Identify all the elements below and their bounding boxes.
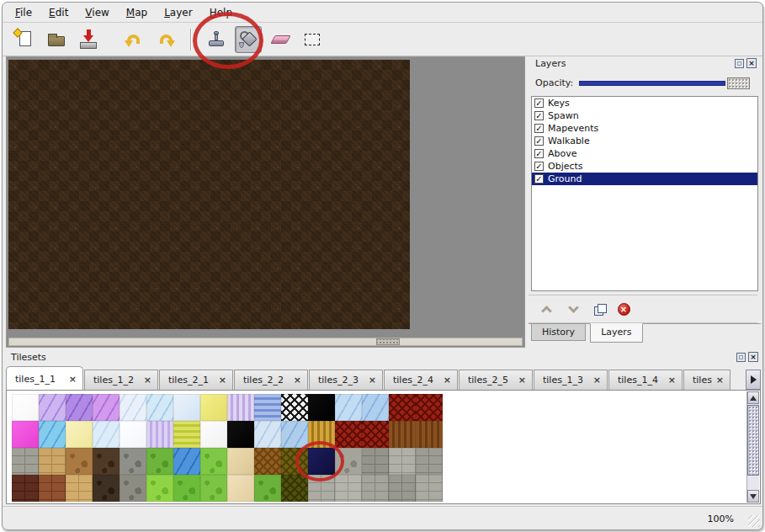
tileset-tab-tiles_1[interactable]: tiles_1× xyxy=(683,370,730,390)
palette-tile[interactable] xyxy=(200,421,227,448)
close-tab-icon[interactable]: × xyxy=(69,374,77,385)
tileset-tab-tiles_2_5[interactable]: tiles_2_5× xyxy=(459,370,533,390)
layer-visibility-checkbox[interactable]: ✓ xyxy=(534,111,544,120)
palette-tile[interactable] xyxy=(173,475,200,502)
menu-edit[interactable]: Edit xyxy=(41,4,76,21)
layer-visibility-checkbox[interactable]: ✓ xyxy=(534,98,544,108)
palette-tile[interactable] xyxy=(146,421,173,448)
layer-row-walkable[interactable]: ✓Walkable xyxy=(532,135,757,147)
tileset-tab-tiles_1_1[interactable]: tiles_1_1× xyxy=(6,366,83,390)
tab-layers[interactable]: Layers xyxy=(590,323,642,343)
map-surface[interactable] xyxy=(8,60,410,329)
palette-tile[interactable] xyxy=(93,475,120,502)
palette-tile[interactable] xyxy=(281,448,308,475)
horizontal-scrollbar-thumb[interactable] xyxy=(376,338,400,345)
layer-row-above[interactable]: ✓Above xyxy=(532,147,757,160)
palette-tile[interactable] xyxy=(93,421,120,448)
palette-tile[interactable] xyxy=(200,448,227,475)
move-layer-down-button[interactable] xyxy=(562,299,584,319)
select-tool-button[interactable] xyxy=(299,26,326,53)
palette-tile[interactable] xyxy=(120,475,146,502)
move-layer-up-button[interactable] xyxy=(535,299,557,319)
close-tab-icon[interactable]: × xyxy=(668,375,676,386)
palette-tile[interactable] xyxy=(120,448,146,475)
palette-vertical-scrollbar[interactable] xyxy=(746,391,759,503)
save-button[interactable] xyxy=(75,26,102,53)
palette-tile[interactable] xyxy=(335,475,362,502)
layer-visibility-checkbox[interactable]: ✓ xyxy=(534,124,544,133)
palette-tile[interactable] xyxy=(39,421,66,448)
palette-tile[interactable] xyxy=(39,475,66,502)
resize-grip[interactable] xyxy=(748,515,760,527)
menu-layer[interactable]: Layer xyxy=(157,4,199,21)
palette-tile[interactable] xyxy=(39,394,66,421)
palette-tile[interactable] xyxy=(416,448,443,475)
opacity-slider-thumb[interactable] xyxy=(727,77,750,89)
palette-tile[interactable] xyxy=(227,421,254,448)
map-horizontal-scrollbar[interactable] xyxy=(8,338,523,346)
scroll-up-button[interactable] xyxy=(747,391,759,404)
tileset-tab-tiles_2_3[interactable]: tiles_2_3× xyxy=(309,370,383,390)
stamp-tool-button[interactable] xyxy=(203,26,230,53)
palette-tile[interactable] xyxy=(308,394,335,421)
palette-tile[interactable] xyxy=(12,448,39,475)
close-tab-icon[interactable]: × xyxy=(593,375,601,386)
float-window-icon[interactable] xyxy=(735,59,744,68)
layer-visibility-checkbox[interactable]: ✓ xyxy=(534,136,544,146)
layer-row-keys[interactable]: ✓Keys xyxy=(532,97,757,109)
tileset-tab-tiles_1_2[interactable]: tiles_1_2× xyxy=(84,370,158,390)
palette-tile[interactable] xyxy=(146,394,173,421)
layer-row-objects[interactable]: ✓Objects xyxy=(532,160,757,173)
tileset-tab-tiles_2_1[interactable]: tiles_2_1× xyxy=(159,370,233,390)
eraser-tool-button[interactable] xyxy=(267,26,294,53)
layer-visibility-checkbox[interactable]: ✓ xyxy=(534,162,544,171)
palette-tile[interactable] xyxy=(120,394,146,421)
menu-view[interactable]: View xyxy=(77,4,116,21)
palette-tile[interactable] xyxy=(281,421,308,448)
palette-tile[interactable] xyxy=(389,394,416,421)
palette-tile[interactable] xyxy=(416,421,443,448)
palette-tile[interactable] xyxy=(362,475,389,502)
close-panel-icon[interactable]: × xyxy=(748,352,758,362)
float-window-icon[interactable] xyxy=(736,353,746,362)
palette-tile[interactable] xyxy=(39,448,66,475)
palette-tile[interactable] xyxy=(335,394,362,421)
palette-tile[interactable] xyxy=(308,421,335,448)
palette-tile[interactable] xyxy=(254,448,281,475)
palette-tile[interactable] xyxy=(66,421,93,448)
palette-tile[interactable] xyxy=(200,394,227,421)
delete-layer-button[interactable]: × xyxy=(613,299,635,319)
palette-tile[interactable] xyxy=(335,448,362,475)
scroll-tabs-right-button[interactable] xyxy=(746,370,761,390)
palette-tile[interactable] xyxy=(389,421,416,448)
palette-tile[interactable] xyxy=(227,448,254,475)
tileset-tab-tiles_2_2[interactable]: tiles_2_2× xyxy=(234,370,308,390)
palette-tile[interactable] xyxy=(362,394,389,421)
palette-tile[interactable] xyxy=(362,448,389,475)
new-file-button[interactable] xyxy=(11,26,38,53)
palette-tile[interactable] xyxy=(12,394,39,421)
menu-map[interactable]: Map xyxy=(119,4,155,21)
tileset-tab-tiles_2_4[interactable]: tiles_2_4× xyxy=(384,370,458,390)
palette-tile[interactable] xyxy=(308,448,335,475)
palette-tile[interactable] xyxy=(66,448,93,475)
layer-row-mapevents[interactable]: ✓Mapevents xyxy=(532,122,757,135)
close-panel-icon[interactable]: × xyxy=(746,58,757,68)
close-tab-icon[interactable]: × xyxy=(144,375,151,386)
duplicate-layer-button[interactable] xyxy=(589,299,611,319)
layer-visibility-checkbox[interactable]: ✓ xyxy=(534,149,544,158)
layer-visibility-checkbox[interactable]: ✓ xyxy=(534,174,544,184)
palette-tile[interactable] xyxy=(93,394,120,421)
close-tab-icon[interactable]: × xyxy=(716,375,724,386)
layer-row-spawn[interactable]: ✓Spawn xyxy=(532,109,757,122)
menu-file[interactable]: File xyxy=(8,4,40,21)
palette-tile[interactable] xyxy=(254,421,281,448)
tileset-tab-tiles_1_3[interactable]: tiles_1_3× xyxy=(534,370,608,390)
palette-tile[interactable] xyxy=(66,475,93,502)
palette-tile[interactable] xyxy=(146,448,173,475)
redo-button[interactable] xyxy=(152,26,179,53)
palette-tile[interactable] xyxy=(93,448,120,475)
close-tab-icon[interactable]: × xyxy=(369,375,376,386)
opacity-slider[interactable] xyxy=(579,81,725,86)
palette-tile[interactable] xyxy=(416,475,443,502)
